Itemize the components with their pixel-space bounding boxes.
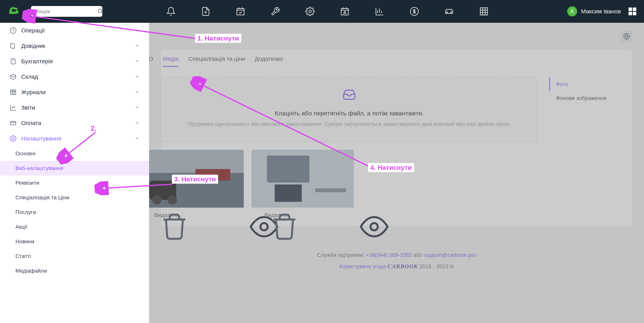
clock-icon: [10, 27, 16, 34]
search-icon: [98, 8, 103, 14]
chevron-up-icon: [135, 135, 139, 142]
sub-label: Медіафайли: [16, 268, 47, 274]
finance-icon[interactable]: [410, 6, 419, 16]
sub-requisites[interactable]: Реквізити: [0, 176, 149, 190]
calendar-check-icon[interactable]: [236, 6, 245, 16]
sidebar: Операції Довідник Бухгалтерія Склад Журн…: [0, 23, 149, 323]
sub-label: Статті: [16, 253, 31, 259]
calculator-icon: [10, 58, 16, 65]
sub-general[interactable]: Основні: [0, 146, 149, 161]
notifications-icon[interactable]: [166, 6, 176, 16]
nav-directory[interactable]: Довідник: [0, 38, 149, 54]
wrench-icon[interactable]: [270, 6, 280, 16]
chevron-down-icon: [135, 120, 139, 126]
sub-media[interactable]: Медіафайли: [0, 264, 149, 278]
new-document-icon[interactable]: [201, 6, 210, 16]
bar-chart-icon[interactable]: [375, 6, 384, 16]
sub-label: Послуги: [16, 209, 36, 215]
gear-icon: [10, 135, 16, 142]
journal-icon: [10, 89, 16, 96]
calendar-person-icon[interactable]: [340, 6, 350, 16]
nav-reports[interactable]: Звіти: [0, 100, 149, 115]
chevron-down-icon: [135, 104, 139, 111]
settings-gear-icon[interactable]: [305, 6, 315, 16]
nav-label: Налаштування: [21, 135, 61, 142]
card-icon: [10, 120, 16, 127]
avatar: [567, 6, 577, 16]
nav-label: Бухгалтерія: [21, 58, 53, 65]
nav-journals[interactable]: Журнали: [0, 84, 149, 100]
nav-operations[interactable]: Операції: [0, 23, 149, 38]
sub-specialization[interactable]: Спеціалізація та Ціни: [0, 190, 149, 205]
sub-label: Основні: [16, 150, 35, 157]
nav-label: Операції: [21, 27, 45, 34]
sub-promotions[interactable]: Акції: [0, 220, 149, 234]
sub-web-settings[interactable]: Веб-налаштування: [0, 161, 149, 176]
apps-menu-icon[interactable]: [628, 7, 636, 15]
search-input[interactable]: [35, 8, 98, 14]
nav-accounting[interactable]: Бухгалтерія: [0, 54, 149, 69]
sub-services[interactable]: Послуги: [0, 205, 149, 220]
nav-settings[interactable]: Налаштування: [0, 131, 149, 146]
chevron-down-icon: [135, 27, 139, 34]
username: Максим Іванов: [581, 8, 621, 15]
nav-label: Оплата: [21, 120, 41, 126]
logo[interactable]: [8, 4, 23, 18]
sub-label: Реквізити: [16, 180, 39, 186]
nav-label: Склад: [21, 73, 38, 80]
book-icon: [10, 42, 16, 49]
sub-label: Спеціалізація та Ціни: [16, 195, 69, 201]
header-toolbar: [166, 6, 489, 16]
nav-warehouse[interactable]: Склад: [0, 69, 149, 84]
sub-articles[interactable]: Статті: [0, 249, 149, 264]
chevron-down-icon: [135, 58, 139, 65]
table-grid-icon[interactable]: [479, 6, 489, 16]
sub-label: Веб-налаштування: [16, 165, 63, 171]
sub-label: Акції: [16, 224, 27, 230]
search-box[interactable]: [31, 6, 102, 17]
chevron-down-icon: [135, 73, 139, 80]
vehicle-icon[interactable]: [444, 6, 454, 16]
sub-label: Новини: [16, 239, 34, 245]
nav-label: Журнали: [21, 89, 46, 95]
box-icon: [10, 73, 16, 80]
chevron-down-icon: [135, 43, 139, 49]
header: Максим Іванов: [0, 0, 644, 23]
overlay: [149, 23, 644, 323]
chart-line-icon: [10, 104, 16, 111]
chevron-down-icon: [135, 89, 139, 95]
sub-news[interactable]: Новини: [0, 234, 149, 249]
nav-label: Звіти: [21, 104, 35, 111]
nav-payment[interactable]: Оплата: [0, 115, 149, 131]
header-user[interactable]: Максим Іванов: [567, 6, 636, 16]
nav-label: Довідник: [21, 43, 45, 49]
